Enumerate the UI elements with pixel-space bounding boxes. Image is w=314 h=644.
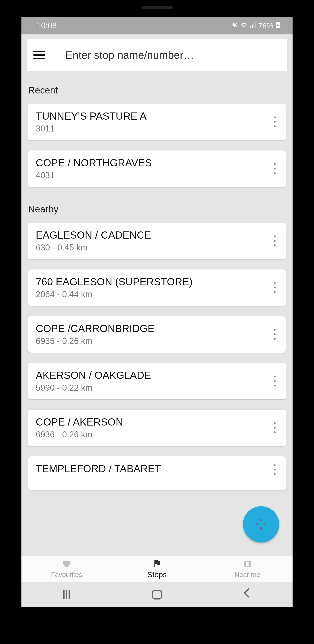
content-area: Enter stop name/number… Recent TUNNEY'S … bbox=[21, 34, 293, 556]
stop-title: COPE / NORTHGRAVES bbox=[36, 157, 268, 169]
signal-icon bbox=[250, 22, 256, 30]
stop-title: COPE /CARRONBRIDGE bbox=[36, 322, 268, 334]
fab-button[interactable] bbox=[243, 506, 279, 542]
stop-title: AKERSON / OAKGLADE bbox=[36, 369, 268, 381]
stop-title: COPE / AKERSON bbox=[36, 416, 268, 428]
stop-sub: 4031 bbox=[36, 170, 268, 180]
device-frame: 10:08 76% bbox=[0, 0, 314, 644]
nearby-list: EAGLESON / CADENCE 630 - 0.45 km 760 EAG… bbox=[21, 215, 293, 490]
more-icon[interactable] bbox=[270, 463, 279, 476]
menu-icon[interactable] bbox=[33, 51, 45, 59]
search-bar[interactable]: Enter stop name/number… bbox=[26, 39, 288, 71]
list-item[interactable]: TEMPLEFORD / TABARET bbox=[28, 456, 286, 490]
more-icon[interactable] bbox=[270, 374, 279, 388]
stop-title: 760 EAGLESON (SUPERSTORE) bbox=[36, 276, 268, 288]
more-icon[interactable] bbox=[270, 421, 279, 434]
status-bar: 10:08 76% bbox=[21, 17, 293, 34]
stop-title: TEMPLEFORD / TABARET bbox=[36, 463, 268, 475]
list-item[interactable]: COPE / NORTHGRAVES 4031 bbox=[28, 150, 286, 187]
list-item[interactable]: EAGLESON / CADENCE 630 - 0.45 km bbox=[28, 223, 286, 259]
system-nav bbox=[21, 582, 293, 607]
svg-rect-1 bbox=[277, 22, 279, 23]
list-item[interactable]: COPE /CARRONBRIDGE 6935 - 0.26 km bbox=[28, 316, 286, 353]
nav-nearme[interactable]: Near me bbox=[202, 556, 293, 582]
stop-sub: 3011 bbox=[36, 124, 268, 134]
more-icon[interactable] bbox=[270, 115, 279, 128]
flag-icon bbox=[152, 559, 162, 569]
screen: 10:08 76% bbox=[21, 17, 293, 607]
nav-label: Favourites bbox=[51, 571, 82, 578]
more-icon[interactable] bbox=[270, 328, 279, 341]
fab-icon bbox=[256, 519, 267, 530]
more-icon[interactable] bbox=[270, 234, 279, 248]
map-icon bbox=[242, 560, 253, 570]
list-item[interactable]: COPE / AKERSON 6936 - 0.26 km bbox=[28, 410, 286, 446]
stop-sub: 6935 - 0.26 km bbox=[36, 336, 268, 346]
sys-home-button[interactable] bbox=[150, 590, 164, 600]
sys-back-button[interactable] bbox=[241, 590, 254, 599]
mute-icon bbox=[232, 22, 238, 30]
nav-label: Near me bbox=[234, 571, 260, 578]
bottom-nav: Favourites Stops Near me bbox=[21, 556, 293, 582]
stop-title: TUNNEY'S PASTURE A bbox=[36, 110, 268, 122]
status-time: 10:08 bbox=[37, 21, 57, 30]
stop-title: EAGLESON / CADENCE bbox=[36, 229, 268, 241]
home-icon bbox=[152, 590, 162, 600]
search-input[interactable]: Enter stop name/number… bbox=[65, 49, 281, 61]
section-nearby-header: Nearby bbox=[21, 197, 293, 215]
more-icon[interactable] bbox=[270, 162, 279, 175]
stop-sub: 2064 - 0.44 km bbox=[36, 290, 268, 299]
battery-charging-icon bbox=[276, 22, 280, 30]
stop-sub: 5990 - 0.22 km bbox=[36, 383, 268, 393]
stop-sub: 630 - 0.45 km bbox=[36, 243, 268, 252]
recent-apps-icon bbox=[63, 590, 70, 599]
wifi-icon bbox=[240, 22, 247, 30]
sys-recent-button[interactable] bbox=[60, 590, 73, 599]
list-item[interactable]: AKERSON / OAKGLADE 5990 - 0.22 km bbox=[28, 363, 286, 399]
status-icons: 76% bbox=[232, 22, 280, 30]
back-icon bbox=[244, 590, 251, 599]
heart-icon bbox=[61, 560, 72, 570]
device-speaker bbox=[141, 6, 173, 9]
section-recent-header: Recent bbox=[21, 71, 293, 96]
recent-list: TUNNEY'S PASTURE A 3011 COPE / NORTHGRAV… bbox=[21, 96, 293, 187]
stop-sub: 6936 - 0.26 km bbox=[36, 430, 268, 440]
list-item[interactable]: 760 EAGLESON (SUPERSTORE) 2064 - 0.44 km bbox=[28, 270, 286, 306]
nav-label: Stops bbox=[148, 570, 167, 579]
nav-stops[interactable]: Stops bbox=[112, 556, 202, 582]
list-item[interactable]: TUNNEY'S PASTURE A 3011 bbox=[28, 104, 286, 140]
more-icon[interactable] bbox=[270, 281, 279, 294]
nav-favourites[interactable]: Favourites bbox=[21, 556, 112, 582]
battery-text: 76% bbox=[258, 22, 273, 30]
